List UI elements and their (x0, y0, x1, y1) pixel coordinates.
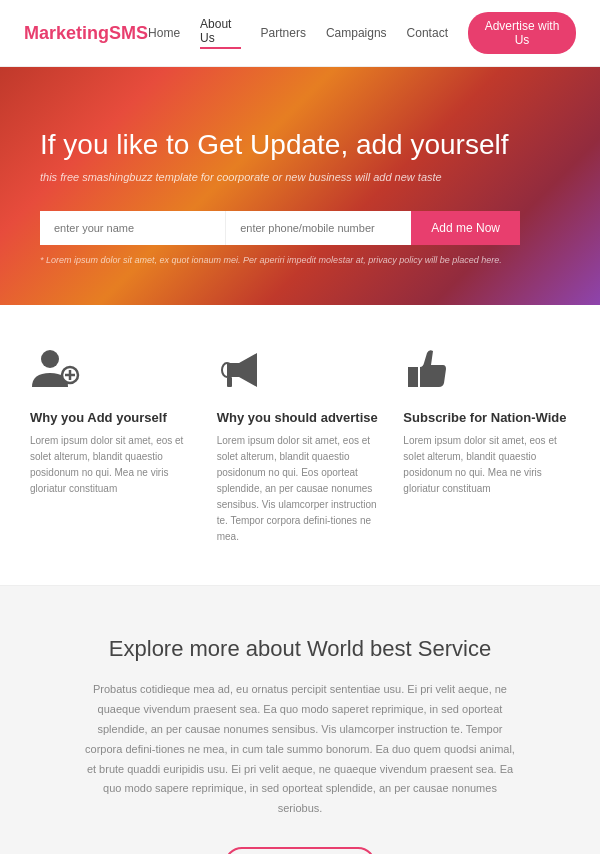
feature-subscribe: Subscribe for Nation-Wide Lorem ipsum do… (403, 345, 570, 545)
feature-add-yourself: Why you Add yourself Lorem ipsum dolor s… (30, 345, 197, 545)
logo-text-accent: SMS (109, 23, 148, 43)
feature-add-yourself-title: Why you Add yourself (30, 410, 197, 425)
features-section: Why you Add yourself Lorem ipsum dolor s… (0, 305, 600, 586)
svg-rect-5 (227, 377, 232, 387)
nav-links: Home About Us Partners Campaigns Contact… (148, 12, 576, 54)
add-me-button[interactable]: Add me Now (411, 211, 520, 245)
site-logo: MarketingSMS (24, 23, 148, 44)
explore-heading: Explore more about World best Service (60, 636, 540, 662)
thumbsup-icon (403, 345, 570, 398)
feature-advertise-desc: Lorem ipsum dolor sit amet, eos et solet… (217, 433, 384, 545)
logo-text-main: Marketing (24, 23, 109, 43)
feature-advertise-title: Why you should advertise (217, 410, 384, 425)
nav-home[interactable]: Home (148, 26, 180, 40)
phone-input[interactable] (226, 211, 411, 245)
feature-subscribe-desc: Lorem ipsum dolor sit amet, eos et solet… (403, 433, 570, 497)
hero-section: If you like to Get Update, add yourself … (0, 67, 600, 305)
hero-form: Add me Now (40, 211, 520, 245)
person-add-icon (30, 345, 197, 398)
megaphone-icon (217, 345, 384, 398)
explore-body: Probatus cotidieque mea ad, eu ornatus p… (80, 680, 520, 819)
nav-contact[interactable]: Contact (407, 26, 448, 40)
nav-about[interactable]: About Us (200, 17, 240, 49)
feature-advertise: Why you should advertise Lorem ipsum dol… (217, 345, 384, 545)
name-input[interactable] (40, 211, 226, 245)
svg-point-0 (41, 350, 59, 368)
nav-partners[interactable]: Partners (261, 26, 306, 40)
hero-disclaimer: * Lorem ipsum dolor sit amet, ex quot io… (40, 255, 560, 265)
feature-add-yourself-desc: Lorem ipsum dolor sit amet, eos et solet… (30, 433, 197, 497)
nav-campaigns[interactable]: Campaigns (326, 26, 387, 40)
learn-more-button[interactable]: LEARN MORE (224, 847, 376, 854)
navigation: MarketingSMS Home About Us Partners Camp… (0, 0, 600, 67)
hero-title: If you like to Get Update, add yourself (40, 127, 560, 163)
feature-subscribe-title: Subscribe for Nation-Wide (403, 410, 570, 425)
hero-subtitle: this free smashingbuzz template for coor… (40, 171, 560, 183)
advertise-button[interactable]: Advertise with Us (468, 12, 576, 54)
explore-section: Explore more about World best Service Pr… (0, 586, 600, 854)
